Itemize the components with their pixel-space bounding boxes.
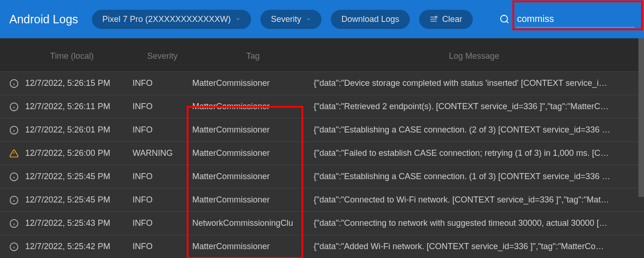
log-message: {"data":"Establishing a CASE connection.… xyxy=(314,172,635,181)
log-time: 12/7/2022, 5:25:45 PM xyxy=(25,195,133,205)
log-row[interactable]: 12/7/2022, 5:26:01 PM INFO MatterCommiss… xyxy=(0,118,644,141)
download-logs-label: Download Logs xyxy=(341,14,399,24)
severity-icon-cell xyxy=(9,195,25,205)
warning-icon xyxy=(9,149,19,158)
log-row[interactable]: 12/7/2022, 5:25:45 PM INFO MatterCommiss… xyxy=(0,165,644,188)
log-row[interactable]: 12/7/2022, 5:25:43 PM INFO NetworkCommis… xyxy=(0,211,644,235)
info-icon xyxy=(9,102,19,112)
header-tag: Tag xyxy=(192,51,314,61)
log-tag: MatterCommissioner xyxy=(192,195,314,205)
chevron-down-icon xyxy=(306,16,311,22)
log-message: {"data":"Connected to Wi-Fi network. [CO… xyxy=(314,195,635,205)
info-icon xyxy=(9,242,19,251)
log-row[interactable]: 12/7/2022, 5:26:00 PM WARNING MatterComm… xyxy=(0,141,644,165)
header-time: Time (local) xyxy=(25,51,133,61)
header-icon-col xyxy=(9,51,25,61)
search-input[interactable] xyxy=(516,11,635,28)
chevron-down-icon xyxy=(235,16,241,22)
log-time: 12/7/2022, 5:26:00 PM xyxy=(25,148,133,158)
info-icon xyxy=(9,126,19,135)
log-tag: MatterCommissioner xyxy=(192,102,314,112)
info-icon xyxy=(9,172,19,181)
log-severity: INFO xyxy=(133,125,192,135)
log-tag: MatterCommissioner xyxy=(192,78,314,88)
info-icon xyxy=(9,219,19,228)
log-message: {"data":"Establishing a CASE connection.… xyxy=(314,125,635,135)
severity-icon-cell xyxy=(9,102,25,112)
svg-point-5 xyxy=(501,15,508,22)
log-message: {"data":"Failed to establish CASE connec… xyxy=(314,148,635,158)
header-severity: Severity xyxy=(133,51,192,61)
log-tag: MatterCommissioner xyxy=(192,172,314,181)
log-tag: MatterCommissioner xyxy=(192,125,314,135)
severity-filter[interactable]: Severity xyxy=(260,10,322,29)
log-time: 12/7/2022, 5:25:45 PM xyxy=(25,172,133,181)
log-severity: INFO xyxy=(133,218,192,228)
severity-icon-cell xyxy=(9,126,25,135)
log-time: 12/7/2022, 5:26:15 PM xyxy=(25,78,133,88)
log-severity: INFO xyxy=(133,78,192,88)
device-selector[interactable]: Pixel 7 Pro (2XXXXXXXXXXXXW) xyxy=(92,10,251,29)
log-severity: INFO xyxy=(133,195,192,205)
header-message: Log Message xyxy=(314,51,635,61)
page-title: Android Logs xyxy=(9,13,78,26)
device-selector-label: Pixel 7 Pro (2XXXXXXXXXXXXW) xyxy=(102,14,231,24)
log-severity: WARNING xyxy=(133,148,192,158)
log-tag: MatterCommissioner xyxy=(192,242,314,251)
log-row[interactable]: 12/7/2022, 5:26:11 PM INFO MatterCommiss… xyxy=(0,95,644,118)
info-icon xyxy=(9,79,19,88)
log-row[interactable]: 12/7/2022, 5:25:45 PM INFO MatterCommiss… xyxy=(0,188,644,211)
log-time: 12/7/2022, 5:26:01 PM xyxy=(25,125,133,135)
clear-button[interactable]: Clear xyxy=(419,10,473,29)
log-severity: INFO xyxy=(133,242,192,251)
severity-filter-label: Severity xyxy=(271,14,301,24)
info-icon xyxy=(9,195,19,205)
log-time: 12/7/2022, 5:25:43 PM xyxy=(25,218,133,228)
clear-label: Clear xyxy=(442,14,462,24)
log-time: 12/7/2022, 5:25:42 PM xyxy=(25,242,133,251)
table-header: Time (local) Severity Tag Log Message xyxy=(0,38,644,71)
scrollbar[interactable] xyxy=(638,38,644,197)
clear-icon xyxy=(429,15,438,23)
download-logs-button[interactable]: Download Logs xyxy=(331,10,409,29)
log-time: 12/7/2022, 5:26:11 PM xyxy=(25,102,133,112)
search-icon xyxy=(499,14,510,24)
log-severity: INFO xyxy=(133,102,192,112)
log-message: {"data":"Retrieved 2 endpoint(s). [CONTE… xyxy=(314,102,635,112)
log-tag: MatterCommissioner xyxy=(192,148,314,158)
log-row[interactable]: 12/7/2022, 5:25:42 PM INFO MatterCommiss… xyxy=(0,235,644,258)
svg-line-6 xyxy=(506,21,508,23)
log-message: {"data":"Added Wi-Fi network. [CONTEXT s… xyxy=(314,242,635,251)
severity-icon-cell xyxy=(9,172,25,181)
severity-icon-cell xyxy=(9,242,25,251)
search-container xyxy=(499,11,635,28)
severity-icon-cell xyxy=(9,219,25,228)
severity-icon-cell xyxy=(9,149,25,158)
log-message: {"data":"Device storage completed with s… xyxy=(314,78,635,88)
severity-icon-cell xyxy=(9,79,25,88)
log-message: {"data":"Connecting to network with sugg… xyxy=(314,218,635,228)
log-tag: NetworkCommissioningClu xyxy=(192,218,314,228)
log-severity: INFO xyxy=(133,172,192,181)
logs-container: Time (local) Severity Tag Log Message 12… xyxy=(0,38,644,258)
log-row[interactable]: 12/7/2022, 5:26:15 PM INFO MatterCommiss… xyxy=(0,71,644,95)
header-bar: Android Logs Pixel 7 Pro (2XXXXXXXXXXXXW… xyxy=(0,0,644,38)
